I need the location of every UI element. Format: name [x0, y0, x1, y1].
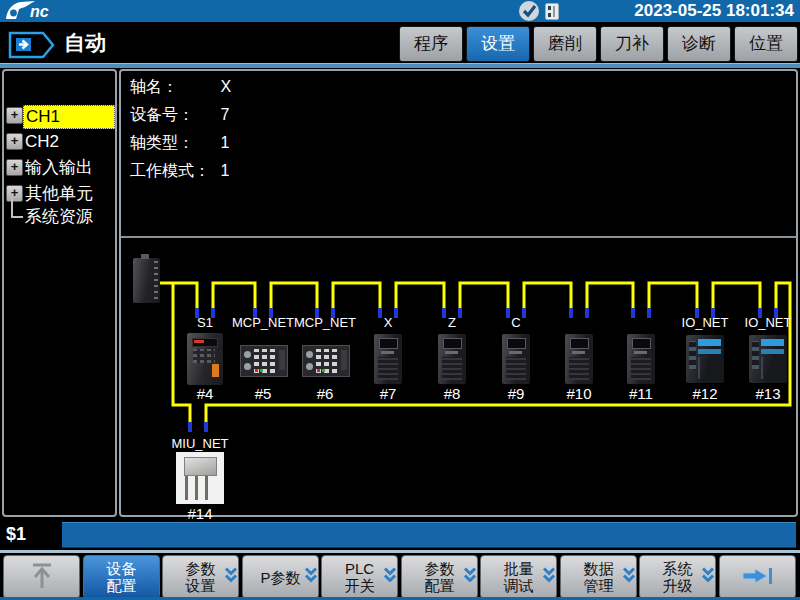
device-6[interactable] [302, 345, 350, 377]
softkey-label: PLC开关 [345, 560, 375, 594]
softkey-device-config[interactable]: 设备配置 [83, 555, 160, 599]
softkey-batch-debug[interactable]: 批量调试 [480, 555, 557, 599]
mcp-side-detail [341, 350, 347, 370]
svg-text:nc: nc [30, 3, 49, 20]
mcp-dotr-detail [255, 369, 258, 372]
channel-label: $1 [6, 524, 26, 545]
device-4[interactable] [187, 333, 223, 385]
device-number: #13 [738, 385, 798, 402]
sv-btn-detail [572, 351, 585, 354]
softkey-param-config[interactable]: 参数配置 [401, 555, 478, 599]
io-b2-detail [761, 349, 784, 354]
device-7[interactable] [374, 334, 402, 384]
sv-btn-detail [509, 351, 522, 354]
info-row-work-mode: 工作模式： 1 [130, 161, 229, 181]
vfd-or-detail [212, 364, 219, 377]
storage-icon [545, 3, 559, 24]
softkey-plc-switch[interactable]: PLC开关 [321, 555, 398, 599]
device-bus-label: IO_NET [733, 315, 800, 330]
message-panel [62, 522, 796, 548]
sidebar-item-ch1[interactable]: CH1 [23, 105, 115, 129]
device-13[interactable] [749, 335, 787, 383]
vfd-kp-detail [193, 349, 215, 363]
controller-knob [141, 254, 149, 259]
mcp-dotg-detail [322, 369, 325, 372]
device-12[interactable] [686, 335, 724, 383]
sv-scr-detail [570, 338, 589, 349]
info-value: 7 [220, 106, 229, 123]
sv-btn-detail [445, 351, 458, 354]
device-14[interactable] [176, 452, 224, 504]
header-row: 自动 程序设置磨削刀补诊断位置 [0, 22, 800, 63]
io-b2-detail [698, 349, 721, 354]
expand-icon[interactable]: + [6, 133, 23, 150]
cnc-screen: nc 2023-05-25 18:01:34 自动 程序设置磨削刀补诊断位置 [0, 0, 800, 600]
softkey-label: 参数设置 [186, 560, 216, 594]
tab-bar: 程序设置磨削刀补诊断位置 [396, 26, 798, 62]
expand-icon[interactable]: + [6, 159, 23, 176]
controller-connector-strip [154, 261, 158, 299]
tab-position[interactable]: 位置 [734, 26, 798, 62]
info-row-device-no: 设备号： 7 [130, 105, 229, 125]
chevron-down-icon [463, 566, 477, 589]
softkey-data-manage[interactable]: 数据管理 [560, 555, 637, 599]
next-page-icon [740, 566, 776, 589]
softkey-param-setting[interactable]: 参数设置 [162, 555, 239, 599]
softkey-label: 设备配置 [107, 560, 137, 594]
device-bus-label: MCP_NET [228, 315, 298, 330]
device-bus-label: MIU_NET [165, 436, 235, 451]
mcp-side-detail [279, 350, 285, 370]
softkey-divider [0, 550, 800, 553]
softkey-label: P参数 [260, 569, 300, 586]
device-9[interactable] [502, 334, 530, 384]
info-value: X [220, 78, 231, 95]
chevron-down-icon [224, 566, 238, 589]
io-slots-detail [689, 341, 696, 369]
mode-label: 自动 [64, 29, 106, 57]
status-bar: $1 [0, 519, 800, 550]
tab-diagnosis[interactable]: 诊断 [667, 26, 731, 62]
sv-scr-detail [443, 338, 462, 349]
sv-scr-detail [379, 338, 398, 349]
chevron-down-icon [304, 566, 318, 589]
miu-legs-detail [185, 476, 215, 500]
device-bus-label: X [353, 315, 423, 330]
tab-program[interactable]: 程序 [399, 26, 463, 62]
softkey-system-upgrade[interactable]: 系统升级 [639, 555, 716, 599]
expand-icon[interactable]: + [6, 107, 23, 124]
info-row-axis-type: 轴类型： 1 [130, 133, 229, 153]
info-label: 工作模式： [130, 161, 216, 182]
device-5[interactable] [240, 345, 288, 377]
device-10[interactable] [565, 334, 593, 384]
sv-body-detail [569, 357, 589, 380]
up-arrow-icon [28, 561, 56, 594]
sidebar-item-ch2[interactable]: CH2 [23, 131, 61, 153]
info-label: 轴名： [130, 77, 216, 98]
softkey-next-page[interactable] [719, 555, 796, 599]
device-number: #5 [233, 385, 293, 402]
io-slots-detail [752, 341, 759, 369]
tab-grinding[interactable]: 磨削 [533, 26, 597, 62]
sv-body-detail [442, 357, 462, 380]
device-tree-panel: +CH1+CH2+输入输出+其他单元系统资源 [2, 69, 117, 517]
softkey-back[interactable] [3, 555, 80, 599]
tree-elbow-line [11, 198, 23, 218]
tab-tool-comp[interactable]: 刀补 [600, 26, 664, 62]
sidebar-item-input-output[interactable]: 输入输出 [23, 157, 95, 179]
sv-btn-detail [634, 351, 647, 354]
device-number: #10 [549, 385, 609, 402]
io-b1-detail [698, 339, 721, 346]
device-8[interactable] [438, 334, 466, 384]
device-11[interactable] [627, 334, 655, 384]
chevron-down-icon [622, 566, 636, 589]
sidebar-item-system-resources[interactable]: 系统资源 [23, 206, 95, 228]
chevron-down-icon [701, 566, 715, 589]
controller-device[interactable] [133, 258, 160, 303]
softkey-label: 批量调试 [504, 560, 534, 594]
device-number: #6 [295, 385, 355, 402]
tab-settings[interactable]: 设置 [466, 26, 530, 62]
softkey-p-param[interactable]: P参数 [242, 555, 319, 599]
sidebar-item-other-units[interactable]: 其他单元 [23, 183, 95, 205]
miu-top-detail [184, 457, 217, 476]
mcp-k2-detail [306, 363, 313, 370]
